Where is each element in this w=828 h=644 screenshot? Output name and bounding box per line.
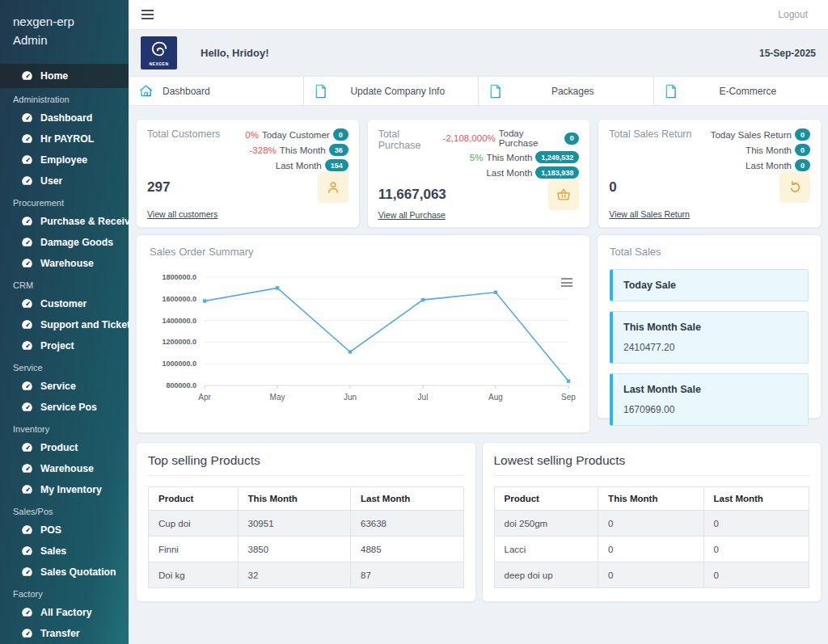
sidebar-nav: HomeAdministrationDashboardHr PAYROLEmpl…	[0, 64, 129, 644]
stat-card-title: Total Sales Return	[609, 128, 691, 171]
column-header: Last Month	[351, 487, 463, 511]
table-cell: Cup doi	[149, 511, 239, 537]
sidebar-item-my-inventory[interactable]: My Inventory	[0, 479, 129, 500]
sidebar-item-label: Damage Goods	[40, 237, 113, 248]
total-sales-card: Total Sales Today SaleThis Month Sale241…	[597, 234, 822, 419]
page-header: NEXGEN Hello, Hridoy! 15-Sep-2025	[129, 30, 828, 77]
sales-box-label: Today Sale	[623, 280, 797, 291]
sidebar-item-support-and-tickets[interactable]: Support and Tickets	[0, 314, 129, 335]
sidebar-item-label: Customer	[40, 298, 87, 309]
sidebar-section-crm: CRM	[0, 274, 129, 293]
table-cell: 87	[351, 562, 463, 588]
sales-box-value: 2410477.20	[623, 342, 797, 353]
sidebar-item-dashboard[interactable]: Dashboard	[0, 107, 129, 128]
view-all-link[interactable]: View all Purchase	[378, 210, 446, 220]
document-icon	[488, 84, 502, 99]
table-cell: 4885	[351, 537, 463, 562]
table-cell: 30951	[238, 511, 350, 537]
nav-item-packages[interactable]: Packages	[478, 77, 653, 105]
sidebar: nexgen-erp Admin HomeAdministrationDashb…	[0, 0, 129, 644]
chart-menu-icon[interactable]	[559, 276, 575, 289]
metric-label: Today Purchase	[499, 128, 561, 148]
stat-card-top: Total Customers0%Today Customer0-328%Thi…	[147, 128, 349, 171]
basket-icon[interactable]	[548, 179, 579, 210]
sales-box-value: 1670969.00	[623, 404, 797, 415]
table-row: deep doi up00	[494, 562, 809, 588]
sidebar-section-service: Service	[0, 356, 129, 376]
column-header: Product	[494, 487, 598, 511]
gauge-icon	[21, 298, 33, 309]
view-all-link[interactable]: View all Sales Return	[609, 209, 690, 219]
stat-metrics: Today Sales Return0This Month0Last Month…	[708, 128, 810, 171]
sidebar-item-pos[interactable]: POS	[0, 520, 129, 541]
nav-item-dashboard[interactable]: Dashboard	[129, 77, 303, 105]
metric-label: Last Month	[276, 161, 322, 170]
stat-card-total-customers: Total Customers0%Today Customer0-328%Thi…	[136, 119, 360, 228]
sidebar-item-service[interactable]: Service	[0, 376, 129, 397]
metric-percent: 0%	[245, 130, 259, 140]
sidebar-item-project[interactable]: Project	[0, 335, 129, 356]
metric-badge: 0	[564, 133, 580, 145]
gauge-icon	[21, 628, 33, 638]
metric-label: Last Month	[486, 168, 532, 178]
gauge-icon	[21, 463, 33, 474]
sidebar-item-warehouse[interactable]: Warehouse	[0, 458, 129, 479]
sidebar-section-inventory: Inventory	[0, 418, 129, 437]
sidebar-item-sales-quotation[interactable]: Sales Quotation	[0, 562, 129, 583]
gauge-icon	[21, 340, 33, 351]
sidebar-item-customer[interactable]: Customer	[0, 293, 129, 314]
svg-text:1800000.0: 1800000.0	[162, 273, 196, 281]
sales-order-summary-chart: 800000.01000000.01200000.01400000.016000…	[150, 258, 577, 411]
sidebar-item-warehouse[interactable]: Warehouse	[0, 253, 129, 274]
sidebar-item-service-pos[interactable]: Service Pos	[0, 397, 129, 418]
person-icon[interactable]	[318, 172, 349, 203]
sidebar-item-label: Transfer	[40, 628, 80, 639]
table-card-top-selling-products: Top selling ProductsProductThis MonthLas…	[136, 442, 476, 602]
sidebar-section-factory: Factory	[0, 583, 129, 602]
table-cell: 0	[703, 562, 809, 588]
stats-row: Total Customers0%Today Customer0-328%Thi…	[136, 119, 822, 228]
home-icon	[138, 83, 154, 99]
sidebar-item-transfer[interactable]: Transfer	[0, 623, 129, 644]
svg-text:1000000.0: 1000000.0	[162, 360, 196, 368]
metric-badge: 0	[795, 159, 810, 171]
metric-label: This Month	[746, 145, 792, 155]
svg-text:Sep: Sep	[561, 393, 576, 402]
gauge-icon	[21, 402, 33, 412]
products-table: ProductThis MonthLast MonthCup doi309516…	[148, 486, 464, 588]
sidebar-item-all-factory[interactable]: All Factory	[0, 602, 129, 623]
app-brand: nexgen-erp Admin	[0, 0, 129, 57]
sidebar-item-sales[interactable]: Sales	[0, 541, 129, 562]
svg-text:800000.0: 800000.0	[166, 381, 196, 389]
gauge-icon	[21, 319, 33, 330]
table-cell: deep doi up	[494, 562, 598, 588]
view-all-link[interactable]: View all customers	[147, 209, 218, 219]
spiral-logo-icon	[150, 40, 168, 61]
sidebar-item-user[interactable]: User	[0, 170, 129, 192]
sidebar-item-hr-payrol[interactable]: Hr PAYROL	[0, 128, 129, 149]
document-icon	[314, 84, 327, 99]
gauge-icon	[21, 237, 33, 247]
nav-item-e-commerce[interactable]: E-Commerce	[653, 77, 828, 105]
menu-icon[interactable]	[140, 6, 155, 23]
dashboard-content: Total Customers0%Today Customer0-328%Thi…	[129, 106, 828, 644]
main-column: Logout NEXGEN Hello, Hridoy! 15-Sep-2025…	[129, 0, 828, 644]
gauge-icon	[21, 112, 33, 123]
sidebar-item-label: Sales Quotation	[40, 566, 116, 578]
table-cell: 0	[703, 537, 809, 562]
return-arrow-icon[interactable]	[779, 172, 810, 203]
sidebar-item-purchase-receive[interactable]: Purchase & Receive	[0, 211, 129, 232]
table-cell: 0	[598, 562, 703, 588]
sidebar-item-employee[interactable]: Employee	[0, 149, 129, 170]
logout-link[interactable]: Logout	[778, 9, 808, 20]
sidebar-section-administration: Administration	[0, 88, 129, 107]
nav-item-update-company-info[interactable]: Update Company Info	[303, 77, 479, 105]
sidebar-item-product[interactable]: Product	[0, 437, 129, 458]
gauge-icon	[21, 545, 33, 556]
sidebar-item-damage-goods[interactable]: Damage Goods	[0, 232, 129, 253]
table-cell: Doi kg	[149, 562, 239, 588]
stat-metric-row: This Month0	[708, 144, 810, 156]
stat-value: 297	[147, 179, 170, 196]
sidebar-item-home[interactable]: Home	[0, 64, 129, 88]
sidebar-section-procurement: Procurement	[0, 192, 129, 211]
